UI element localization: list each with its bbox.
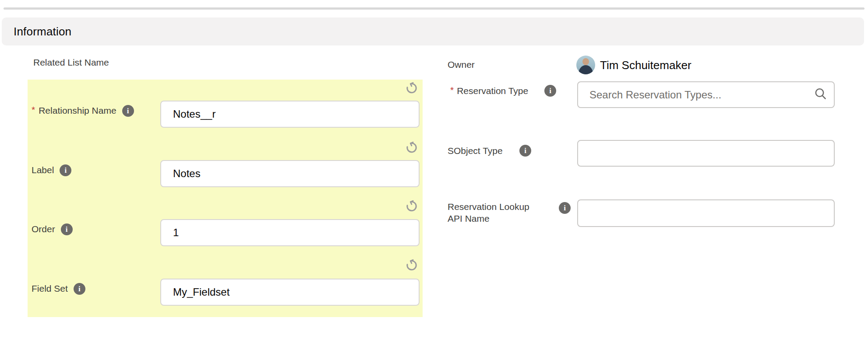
sobject-type-input[interactable] <box>577 140 835 167</box>
reservation-type-search-input[interactable] <box>577 81 835 108</box>
required-asterisk: * <box>32 105 35 115</box>
order-input[interactable] <box>160 219 420 246</box>
undo-icon[interactable] <box>405 199 419 213</box>
owner-label: Owner <box>448 59 475 70</box>
avatar <box>576 56 595 74</box>
info-icon[interactable]: i <box>74 283 85 295</box>
section-header: Information <box>2 17 864 45</box>
related-list-name-label: Related List Name <box>33 57 109 68</box>
page: Information Related List Name * Relation… <box>0 0 868 356</box>
info-icon[interactable]: i <box>122 105 134 117</box>
info-icon[interactable]: i <box>544 85 556 97</box>
owner-name: Tim Schuitemaker <box>600 58 692 72</box>
section-title: Information <box>14 25 71 38</box>
undo-icon[interactable] <box>405 140 419 154</box>
label-field-label: Label i <box>32 157 71 184</box>
relationship-name-label: * Relationship Name i <box>32 97 134 124</box>
search-icon <box>814 87 828 103</box>
undo-icon[interactable] <box>405 81 419 95</box>
reservation-lookup-api-name-label: Reservation Lookup API Name <box>448 201 529 224</box>
label-input[interactable] <box>160 160 420 187</box>
info-icon[interactable]: i <box>60 164 71 176</box>
required-asterisk: * <box>450 85 454 95</box>
relationship-name-input[interactable] <box>160 101 420 128</box>
order-label: Order i <box>32 216 73 243</box>
undo-icon[interactable] <box>405 258 419 272</box>
reservation-type-lookup <box>577 81 835 108</box>
reservation-type-label: * Reservation Type <box>450 78 528 104</box>
field-set-label: Field Set i <box>32 275 85 302</box>
avatar-head <box>582 58 589 65</box>
info-icon[interactable]: i <box>61 223 73 235</box>
info-icon[interactable]: i <box>559 202 571 214</box>
top-divider <box>4 7 864 10</box>
sobject-type-label: SObject Type <box>448 138 503 164</box>
avatar-torso <box>579 65 593 74</box>
info-icon[interactable]: i <box>519 145 531 157</box>
reservation-lookup-api-name-input[interactable] <box>577 199 835 227</box>
field-set-input[interactable] <box>160 279 420 306</box>
